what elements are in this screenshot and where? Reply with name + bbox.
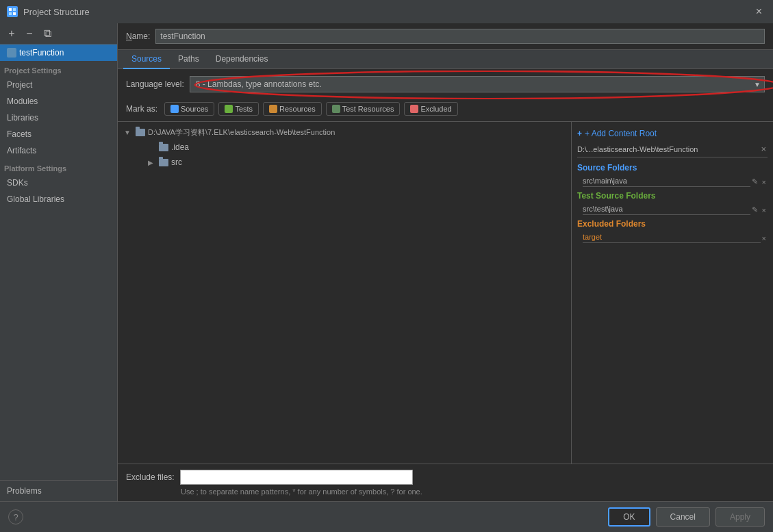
source-folder-path-0: src\main\java (583, 177, 750, 187)
exclude-files-row: Exclude files: (126, 470, 765, 485)
excluded-folder-remove-0[interactable]: × (761, 234, 768, 242)
sidebar-item-sdks-label: SDKs (7, 178, 28, 188)
window-title: Project Structure (23, 7, 746, 17)
help-button[interactable]: ? (8, 509, 23, 524)
project-settings-label: Project Settings (0, 61, 117, 77)
info-path-close-button[interactable]: × (759, 144, 768, 154)
mark-tests-button[interactable]: Tests (218, 102, 259, 116)
tree-root-label: D:\JAVA学习资料\7.ELK\elasticsearch-Web\test… (148, 127, 335, 138)
name-input[interactable] (155, 29, 765, 44)
sidebar-toolbar: + − ⧉ (0, 23, 117, 45)
sidebar-item-global-libraries-label: Global Libraries (7, 194, 64, 204)
sources-icon (170, 105, 179, 113)
copy-module-button[interactable]: ⧉ (40, 26, 55, 41)
add-module-button[interactable]: + (4, 26, 19, 41)
tab-content-sources: Language level: 3 - Enums, autoboxing, e… (118, 69, 773, 501)
module-label: testFunction (19, 48, 64, 58)
tree-root[interactable]: ▼ D:\JAVA学习资料\7.ELK\elasticsearch-Web\te… (118, 125, 571, 140)
excluded-folder-path-0: target (583, 233, 761, 243)
mark-sources-button[interactable]: Sources (164, 102, 214, 116)
test-source-folder-edit-0[interactable]: ✎ (750, 205, 759, 214)
tab-paths[interactable]: Paths (170, 50, 207, 69)
app-icon (7, 6, 18, 17)
language-level-row: Language level: 3 - Enums, autoboxing, e… (118, 69, 773, 99)
sidebar-item-libraries-label: Libraries (7, 113, 38, 123)
mark-resources-button[interactable]: Resources (263, 102, 322, 116)
sidebar-item-project[interactable]: Project (0, 77, 117, 93)
mark-resources-label: Resources (279, 105, 316, 113)
excluded-folder-row-0: target × (577, 231, 768, 244)
excluded-icon (410, 105, 418, 113)
tab-dependencies[interactable]: Dependencies (207, 50, 277, 69)
split-pane: ▼ D:\JAVA学习资料\7.ELK\elasticsearch-Web\te… (118, 121, 773, 464)
tests-icon (225, 105, 233, 113)
mark-sources-label: Sources (181, 105, 208, 113)
svg-rect-2 (9, 12, 12, 15)
dialog-body: + − ⧉ testFunction Project Settings Proj… (0, 23, 773, 501)
module-icon (7, 48, 16, 58)
ok-button[interactable]: OK (608, 507, 650, 527)
sidebar-item-modules[interactable]: Modules (0, 93, 117, 110)
folder-icon-idea (159, 144, 168, 151)
info-panel: + + Add Content Root D:\...elasticsearch… (571, 122, 773, 464)
tab-sources[interactable]: Sources (123, 50, 170, 69)
mark-excluded-label: Excluded (420, 105, 451, 113)
exclude-hint: Use ; to separate name patterns, * for a… (126, 485, 765, 496)
test-source-folder-remove-0[interactable]: × (761, 206, 768, 214)
exclude-files-input[interactable] (180, 470, 413, 485)
mark-test-resources-button[interactable]: Test Resources (326, 102, 401, 116)
tree-item-idea[interactable]: ▶ .idea (118, 140, 571, 155)
sidebar-item-artifacts[interactable]: Artifacts (0, 142, 117, 159)
add-content-root-label: + Add Content Root (585, 129, 657, 138)
info-path-text: D:\...elasticsearch-Web\testFunction (577, 145, 698, 153)
sidebar: + − ⧉ testFunction Project Settings Proj… (0, 23, 118, 501)
test-resources-icon (332, 105, 340, 113)
footer-buttons: OK Cancel Apply (608, 507, 765, 527)
name-label: Name: (126, 31, 150, 41)
excluded-folders-title: Excluded Folders (577, 216, 768, 231)
apply-button[interactable]: Apply (715, 507, 765, 527)
test-source-folder-path-0: src\test\java (583, 205, 750, 215)
info-path-row: D:\...elasticsearch-Web\testFunction × (577, 141, 768, 157)
main-content: Name: Sources Paths Dependencies L (118, 23, 773, 501)
sidebar-item-sdks[interactable]: SDKs (0, 175, 117, 191)
sidebar-item-artifacts-label: Artifacts (7, 146, 36, 155)
tree-toggle-root[interactable]: ▼ (122, 127, 133, 138)
source-folder-remove-0[interactable]: × (761, 178, 768, 186)
close-button[interactable]: × (752, 4, 766, 19)
sidebar-item-module[interactable]: testFunction (0, 45, 117, 61)
sidebar-item-problems[interactable]: Problems (0, 480, 117, 501)
source-folders-title: Source Folders (577, 160, 768, 175)
excluded-folder-actions-0: × (761, 234, 768, 242)
source-folder-edit-0[interactable]: ✎ (750, 177, 759, 186)
tree-item-src-label: src (171, 157, 182, 167)
mark-excluded-button[interactable]: Excluded (404, 102, 457, 116)
mark-test-resources-label: Test Resources (342, 105, 394, 113)
dialog-footer: ? OK Cancel Apply (0, 501, 773, 532)
tab-bar: Sources Paths Dependencies (118, 50, 773, 69)
title-bar: Project Structure × (0, 0, 773, 23)
test-source-folder-row-0: src\test\java ✎ × (577, 203, 768, 216)
svg-rect-1 (13, 8, 16, 11)
svg-rect-0 (9, 8, 12, 11)
tab-sources-label: Sources (131, 54, 162, 64)
name-row: Name: (118, 23, 773, 50)
tree-toggle-src[interactable]: ▶ (145, 157, 156, 168)
language-level-wrapper: 3 - Enums, autoboxing, etc. 5 - Enums, a… (190, 76, 765, 92)
tree-item-idea-label: .idea (171, 142, 189, 152)
language-level-select[interactable]: 3 - Enums, autoboxing, etc. 5 - Enums, a… (190, 76, 765, 92)
bottom-area: Exclude files: Use ; to separate name pa… (118, 464, 773, 501)
sidebar-item-global-libraries[interactable]: Global Libraries (0, 191, 117, 207)
cancel-button[interactable]: Cancel (656, 507, 710, 527)
folder-icon-root (136, 129, 145, 136)
add-content-root-button[interactable]: + + Add Content Root (577, 126, 768, 141)
platform-settings-label: Platform Settings (0, 159, 117, 175)
sidebar-item-facets[interactable]: Facets (0, 126, 117, 142)
sidebar-item-libraries[interactable]: Libraries (0, 110, 117, 126)
tree-item-src[interactable]: ▶ src (118, 155, 571, 170)
sidebar-item-facets-label: Facets (7, 129, 31, 139)
sidebar-item-modules-label: Modules (7, 97, 38, 106)
resources-icon (269, 105, 277, 113)
add-content-root-icon: + (577, 129, 582, 138)
remove-module-button[interactable]: − (22, 26, 37, 41)
